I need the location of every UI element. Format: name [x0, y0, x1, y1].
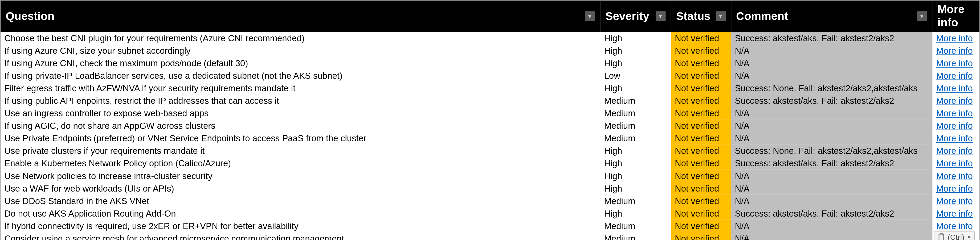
question-cell[interactable]: Choose the best CNI plugin for your requ…: [0, 32, 600, 45]
filter-dropdown-icon[interactable]: ▼: [917, 11, 927, 21]
comment-cell[interactable]: N/A: [731, 119, 932, 132]
more-info-link[interactable]: More info: [936, 208, 973, 218]
question-cell[interactable]: Enable a Kubernetes Network Policy optio…: [0, 157, 600, 170]
question-cell[interactable]: Consider using a service mesh for advanc…: [0, 232, 600, 240]
question-cell[interactable]: If using AGIC, do not share an AppGW acr…: [0, 119, 600, 132]
question-cell[interactable]: Use a WAF for web workloads (UIs or APIs…: [0, 182, 600, 194]
paste-options-button[interactable]: (Ctrl) ▼: [934, 232, 975, 240]
comment-cell[interactable]: Success: None. Fail: akstest2/aks2,akste…: [731, 145, 932, 157]
comment-cell[interactable]: Success: akstest/aks. Fail: akstest2/aks…: [731, 94, 932, 107]
severity-cell[interactable]: High: [600, 45, 671, 57]
more-info-link[interactable]: More info: [936, 196, 973, 206]
header-question[interactable]: Question ▼: [0, 0, 600, 32]
severity-cell[interactable]: High: [600, 170, 671, 182]
question-cell[interactable]: Do not use AKS Application Routing Add-O…: [0, 207, 600, 219]
moreinfo-cell: More info: [932, 219, 979, 232]
comment-cell[interactable]: N/A: [731, 194, 932, 207]
more-info-link[interactable]: More info: [936, 58, 973, 68]
question-cell[interactable]: If using Azure CNI, size your subnet acc…: [0, 45, 600, 57]
question-cell[interactable]: If using Azure CNI, check the maximum po…: [0, 57, 600, 70]
status-cell[interactable]: Not verified: [671, 57, 731, 70]
header-status[interactable]: Status ▼: [671, 0, 731, 32]
status-cell[interactable]: Not verified: [671, 119, 731, 132]
comment-cell[interactable]: N/A: [731, 57, 932, 70]
question-cell[interactable]: Use Network policies to increase intra-c…: [0, 170, 600, 182]
severity-cell[interactable]: Medium: [600, 119, 671, 132]
question-cell[interactable]: If using private-IP LoadBalancer service…: [0, 70, 600, 82]
status-cell[interactable]: Not verified: [671, 82, 731, 94]
question-cell[interactable]: Use private clusters if your requirement…: [0, 145, 600, 157]
status-cell[interactable]: Not verified: [671, 70, 731, 82]
comment-cell[interactable]: N/A: [731, 132, 932, 145]
severity-cell[interactable]: Medium: [600, 219, 671, 232]
filter-dropdown-icon[interactable]: ▼: [655, 11, 665, 21]
filter-dropdown-icon[interactable]: ▼: [585, 11, 595, 21]
question-cell[interactable]: If hybrid connectivity is required, use …: [0, 219, 600, 232]
comment-cell[interactable]: Success: akstest/aks. Fail: akstest2/aks…: [731, 207, 932, 219]
severity-cell[interactable]: Low: [600, 70, 671, 82]
comment-cell[interactable]: Success: akstest/aks. Fail: akstest2/aks…: [731, 32, 932, 45]
more-info-link[interactable]: More info: [936, 221, 973, 231]
comment-cell[interactable]: N/A: [731, 232, 932, 240]
table-row: Choose the best CNI plugin for your requ…: [0, 32, 979, 45]
status-cell[interactable]: Not verified: [671, 132, 731, 145]
filter-dropdown-icon[interactable]: ▼: [716, 11, 725, 21]
header-severity[interactable]: Severity ▼: [600, 0, 671, 32]
severity-cell[interactable]: High: [600, 82, 671, 94]
table-row: Use a WAF for web workloads (UIs or APIs…: [0, 182, 979, 194]
severity-cell[interactable]: High: [600, 207, 671, 219]
severity-cell[interactable]: High: [600, 145, 671, 157]
severity-cell[interactable]: Medium: [600, 132, 671, 145]
status-cell[interactable]: Not verified: [671, 170, 731, 182]
question-cell[interactable]: If using public API enpoints, restrict t…: [0, 94, 600, 107]
more-info-link[interactable]: More info: [936, 158, 973, 168]
comment-cell[interactable]: N/A: [731, 182, 932, 194]
status-cell[interactable]: Not verified: [671, 107, 731, 119]
more-info-link[interactable]: More info: [936, 71, 973, 81]
more-info-link[interactable]: More info: [936, 146, 973, 156]
comment-cell[interactable]: N/A: [731, 170, 932, 182]
status-cell[interactable]: Not verified: [671, 157, 731, 170]
more-info-link[interactable]: More info: [936, 46, 973, 56]
moreinfo-cell: More info: [932, 170, 979, 182]
question-cell[interactable]: Use an ingress controller to expose web-…: [0, 107, 600, 119]
more-info-link[interactable]: More info: [936, 33, 973, 43]
severity-cell[interactable]: High: [600, 157, 671, 170]
more-info-link[interactable]: More info: [936, 96, 973, 106]
severity-cell[interactable]: High: [600, 32, 671, 45]
status-cell[interactable]: Not verified: [671, 145, 731, 157]
severity-cell[interactable]: Medium: [600, 107, 671, 119]
status-cell[interactable]: Not verified: [671, 207, 731, 219]
status-cell[interactable]: Not verified: [671, 182, 731, 194]
question-cell[interactable]: Filter egress traffic with AzFW/NVA if y…: [0, 82, 600, 94]
more-info-link[interactable]: More info: [936, 121, 973, 131]
severity-cell[interactable]: High: [600, 182, 671, 194]
status-cell[interactable]: Not verified: [671, 219, 731, 232]
status-cell[interactable]: Not verified: [671, 194, 731, 207]
severity-cell[interactable]: Medium: [600, 194, 671, 207]
comment-cell[interactable]: N/A: [731, 107, 932, 119]
status-cell[interactable]: Not verified: [671, 45, 731, 57]
comment-cell[interactable]: N/A: [731, 45, 932, 57]
more-info-link[interactable]: More info: [936, 133, 973, 143]
status-cell[interactable]: Not verified: [671, 232, 731, 240]
question-cell[interactable]: Use DDoS Standard in the AKS VNet: [0, 194, 600, 207]
comment-cell[interactable]: N/A: [731, 70, 932, 82]
moreinfo-cell: More info: [932, 94, 979, 107]
question-cell[interactable]: Use Private Endpoints (preferred) or VNe…: [0, 132, 600, 145]
more-info-link[interactable]: More info: [936, 108, 973, 118]
comment-cell[interactable]: N/A: [731, 219, 932, 232]
more-info-link[interactable]: More info: [936, 183, 973, 194]
status-cell[interactable]: Not verified: [671, 32, 731, 45]
comment-cell[interactable]: Success: akstest/aks. Fail: akstest2/aks…: [731, 157, 932, 170]
header-comment[interactable]: Comment ▼: [731, 0, 932, 32]
more-info-link[interactable]: More info: [936, 83, 973, 94]
status-cell[interactable]: Not verified: [671, 94, 731, 107]
comment-cell[interactable]: Success: None. Fail: akstest2/aks2,akste…: [731, 82, 932, 94]
severity-cell[interactable]: Medium: [600, 94, 671, 107]
header-moreinfo[interactable]: More info: [932, 0, 980, 32]
more-info-link[interactable]: More info: [936, 171, 973, 181]
moreinfo-cell: More info: [932, 182, 979, 194]
severity-cell[interactable]: High: [600, 57, 671, 70]
severity-cell[interactable]: Medium: [600, 232, 671, 240]
